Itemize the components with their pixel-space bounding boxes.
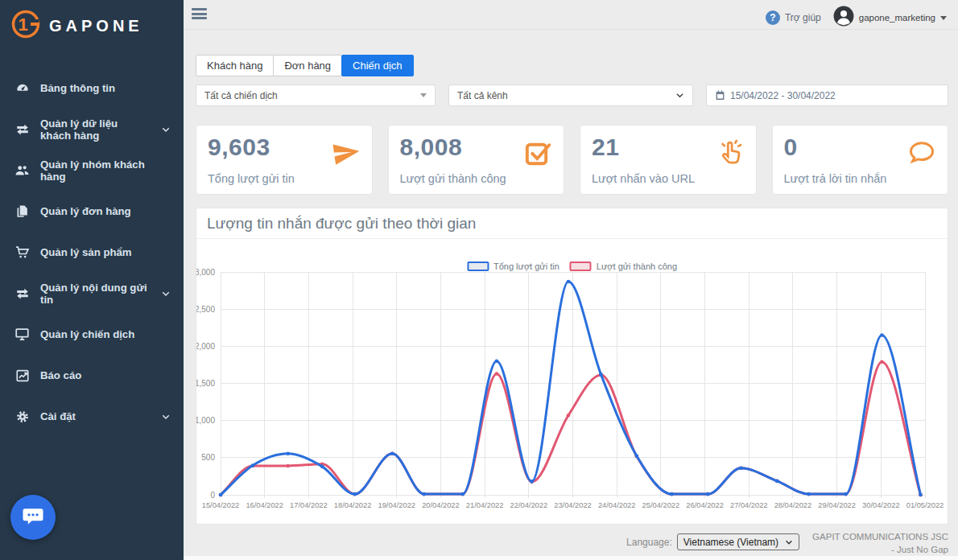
company-slogan: - Just No Gap	[812, 544, 948, 557]
sidebar-item-products[interactable]: Quản lý sản phẩm	[0, 232, 184, 273]
users-icon	[14, 163, 30, 178]
sidebar-item-customer-data[interactable]: Quản lý dữ liệu khách hàng	[0, 109, 184, 150]
language-label: Language:	[626, 537, 672, 548]
dashboard-icon	[14, 80, 30, 96]
svg-text:20/04/2022: 20/04/2022	[422, 501, 460, 509]
svg-text:0: 0	[210, 491, 215, 500]
chevron-down-icon	[161, 289, 171, 299]
svg-text:15/04/2022: 15/04/2022	[202, 501, 240, 509]
chevron-down-icon	[675, 91, 684, 100]
tab-campaigns[interactable]: Chiến dịch	[341, 55, 413, 76]
sidebar-item-label: Quản lý nhóm khách hàng	[40, 159, 171, 183]
chart-icon	[14, 368, 30, 383]
check-square-icon	[522, 138, 553, 168]
stat-label: Lượt nhấn vào URL	[592, 172, 695, 185]
sidebar-item-label: Bảng thông tin	[40, 82, 115, 94]
stat-label: Tổng lượt gửi tin	[208, 172, 295, 185]
campaign-select[interactable]: Tất cả chiến dịch	[196, 84, 436, 106]
svg-text:24/04/2022: 24/04/2022	[598, 501, 636, 509]
help-label: Trợ giúp	[785, 12, 821, 23]
stat-label: Lượt gửi thành công	[400, 172, 506, 185]
chart-card: Lượng tin nhắn được gửi theo thời gian T…	[196, 208, 948, 525]
x-axis-labels: 15/04/202216/04/202217/04/202218/04/2022…	[202, 501, 944, 509]
svg-text:2,500: 2,500	[196, 305, 215, 314]
sidebar-item-dashboard[interactable]: Bảng thông tin	[0, 68, 184, 109]
svg-text:21/04/2022: 21/04/2022	[466, 501, 504, 509]
svg-text:22/04/2022: 22/04/2022	[510, 501, 548, 509]
comment-icon	[906, 138, 937, 168]
help-button[interactable]: ? Trợ giúp	[766, 10, 821, 25]
chart-plot-area[interactable]: Tổng lượt gửi tinLượt gửi thành công 050…	[196, 239, 948, 522]
sidebar: 1 GAPONE Bảng thông tinQuản lý dữ liệu k…	[0, 0, 184, 560]
help-icon: ?	[766, 10, 780, 25]
sidebar-item-customer-groups[interactable]: Quản lý nhóm khách hàng	[0, 150, 184, 191]
svg-text:25/04/2022: 25/04/2022	[642, 501, 680, 509]
sidebar-item-label: Quản lý dữ liệu khách hàng	[40, 117, 151, 142]
calendar-icon	[715, 90, 725, 101]
svg-text:18/04/2022: 18/04/2022	[334, 501, 372, 509]
sidebar-item-label: Quản lý đơn hàng	[40, 205, 131, 217]
svg-text:28/04/2022: 28/04/2022	[774, 501, 812, 509]
gear-icon	[14, 409, 30, 424]
chevron-down-icon	[940, 16, 947, 20]
stat-label: Lượt trả lời tin nhắn	[784, 172, 887, 185]
date-range-input[interactable]: 15/04/2022 - 30/04/2022	[706, 84, 948, 106]
caret-down-icon	[420, 93, 427, 97]
hamburger-menu-icon[interactable]	[192, 8, 207, 22]
stat-cards: 9,603Tổng lượt gửi tin8,008Lượt gửi thàn…	[196, 125, 948, 195]
sidebar-item-orders[interactable]: Quản lý đơn hàng	[0, 191, 184, 232]
brand-name: GAPONE	[49, 17, 143, 35]
exchange-icon	[14, 286, 30, 301]
channel-select[interactable]: Tất cả kênh	[448, 84, 693, 106]
sidebar-item-campaigns[interactable]: Quản lý chiến dịch	[0, 314, 184, 355]
date-range-value: 15/04/2022 - 30/04/2022	[730, 90, 836, 101]
svg-text:16/04/2022: 16/04/2022	[246, 501, 283, 509]
channel-select-value: Tất cả kênh	[457, 90, 508, 101]
svg-text:23/04/2022: 23/04/2022	[554, 501, 592, 509]
svg-text:19/04/2022: 19/04/2022	[378, 501, 415, 509]
tab-orders[interactable]: Đơn hàng	[273, 55, 342, 76]
sidebar-item-content[interactable]: Quản lý nội dung gửi tin	[0, 273, 184, 314]
gapone-logo-icon: 1	[10, 8, 42, 43]
svg-text:27/04/2022: 27/04/2022	[730, 501, 768, 509]
avatar	[833, 6, 854, 30]
sidebar-menu: Bảng thông tinQuản lý dữ liệu khách hàng…	[0, 68, 184, 437]
success-line[interactable]	[221, 362, 921, 495]
success-line-markers	[219, 360, 923, 496]
language-select[interactable]: Vietnamese (Vietnam)	[677, 533, 799, 550]
orders-icon	[14, 204, 30, 219]
svg-text:26/04/2022: 26/04/2022	[686, 501, 724, 509]
svg-text:30/04/2022: 30/04/2022	[862, 501, 900, 509]
sidebar-item-label: Quản lý chiến dịch	[40, 328, 134, 340]
username: gapone_marketing	[859, 13, 935, 23]
svg-text:3,000: 3,000	[196, 268, 215, 277]
chart-title: Lượng tin nhắn được gửi theo thời gian	[196, 208, 948, 239]
sidebar-item-reports[interactable]: Báo cáo	[0, 355, 184, 396]
user-menu[interactable]: gapone_marketing	[833, 6, 947, 30]
chevron-down-icon	[161, 125, 171, 134]
chart-svg[interactable]: 05001,0001,5002,0002,5003,00015/04/20221…	[196, 239, 948, 522]
monitor-icon	[14, 327, 30, 342]
svg-text:2,000: 2,000	[196, 342, 215, 351]
svg-text:1: 1	[18, 14, 27, 35]
company-signature: GAPIT COMMUNICATIONS JSC - Just No Gap	[812, 531, 948, 556]
total-sent-line[interactable]	[221, 282, 921, 495]
svg-text:1,500: 1,500	[196, 379, 215, 388]
campaign-select-value: Tất cả chiến dịch	[204, 90, 278, 101]
chat-bubble-icon	[21, 504, 45, 531]
svg-text:17/04/2022: 17/04/2022	[290, 501, 328, 509]
brand-logo[interactable]: 1 GAPONE	[0, 0, 184, 45]
chevron-down-icon	[161, 412, 171, 422]
tab-customers[interactable]: Khách hàng	[196, 55, 274, 76]
sidebar-item-label: Cài đặt	[40, 410, 76, 422]
chat-support-button[interactable]	[10, 495, 56, 540]
stat-card-url-clicks: 21Lượt nhấn vào URL	[580, 125, 757, 195]
svg-text:1,000: 1,000	[196, 416, 215, 425]
y-axis-labels: 05001,0001,5002,0002,5003,000	[196, 268, 215, 500]
sidebar-item-label: Quản lý sản phẩm	[40, 246, 132, 258]
svg-text:500: 500	[201, 453, 215, 462]
svg-text:29/04/2022: 29/04/2022	[818, 501, 856, 509]
stat-card-total-sent: 9,603Tổng lượt gửi tin	[196, 125, 373, 195]
stat-card-replies: 0Lượt trả lời tin nhắn	[772, 125, 949, 195]
sidebar-item-settings[interactable]: Cài đặt	[0, 396, 184, 437]
